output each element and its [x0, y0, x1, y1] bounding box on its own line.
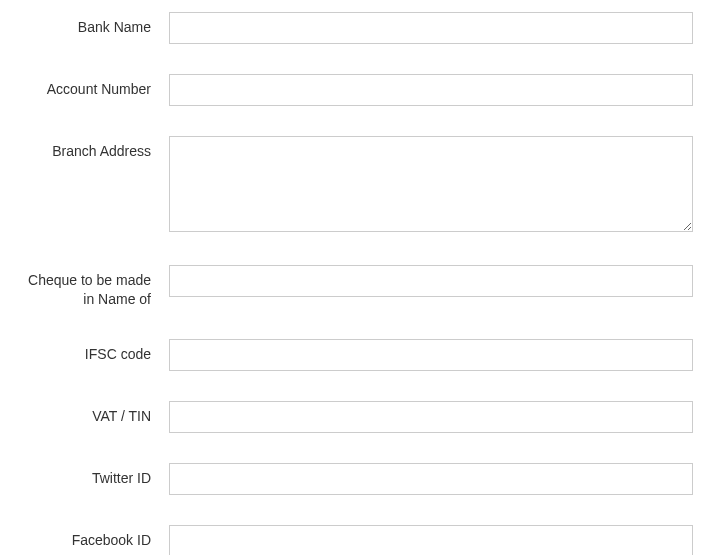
input-col — [169, 401, 699, 433]
input-col — [169, 74, 699, 106]
form-row-bank-name: Bank Name — [0, 12, 713, 44]
input-col — [169, 12, 699, 44]
input-col — [169, 265, 699, 297]
label-bank-name: Bank Name — [14, 12, 169, 37]
label-branch-address: Branch Address — [14, 136, 169, 161]
branch-address-textarea[interactable] — [169, 136, 693, 232]
bank-name-input[interactable] — [169, 12, 693, 44]
label-ifsc-code: IFSC code — [14, 339, 169, 364]
account-number-input[interactable] — [169, 74, 693, 106]
label-cheque-name: Cheque to be made in Name of — [14, 265, 169, 309]
ifsc-code-input[interactable] — [169, 339, 693, 371]
form-row-ifsc-code: IFSC code — [0, 339, 713, 371]
input-col — [169, 525, 699, 555]
form-row-vat-tin: VAT / TIN — [0, 401, 713, 433]
form-row-branch-address: Branch Address — [0, 136, 713, 235]
label-account-number: Account Number — [14, 74, 169, 99]
form-row-facebook-id: Facebook ID — [0, 525, 713, 555]
label-twitter-id: Twitter ID — [14, 463, 169, 488]
label-facebook-id: Facebook ID — [14, 525, 169, 550]
twitter-id-input[interactable] — [169, 463, 693, 495]
input-col — [169, 339, 699, 371]
facebook-id-input[interactable] — [169, 525, 693, 555]
form-row-twitter-id: Twitter ID — [0, 463, 713, 495]
label-vat-tin: VAT / TIN — [14, 401, 169, 426]
form-row-account-number: Account Number — [0, 74, 713, 106]
input-col — [169, 136, 699, 235]
vat-tin-input[interactable] — [169, 401, 693, 433]
input-col — [169, 463, 699, 495]
form-row-cheque-name: Cheque to be made in Name of — [0, 265, 713, 309]
cheque-name-input[interactable] — [169, 265, 693, 297]
